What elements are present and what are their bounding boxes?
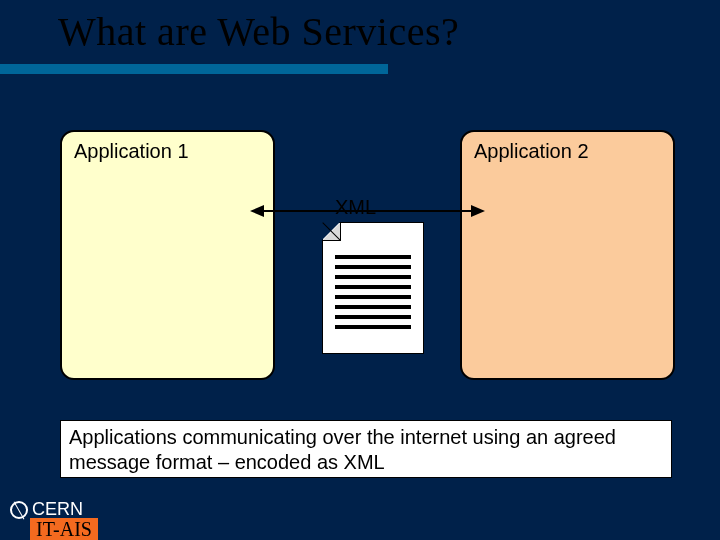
cern-text: CERN bbox=[32, 499, 83, 520]
caption-text: Applications communicating over the inte… bbox=[69, 426, 616, 473]
cern-ring-icon bbox=[10, 501, 28, 519]
slide-title: What are Web Services? bbox=[58, 8, 459, 55]
xml-document-icon bbox=[322, 222, 424, 354]
document-lines-icon bbox=[335, 255, 411, 335]
application-1-label: Application 1 bbox=[74, 140, 189, 162]
xml-label: XML bbox=[335, 196, 376, 219]
arrow-head-right-icon bbox=[471, 205, 485, 217]
application-2-box: Application 2 bbox=[460, 130, 675, 380]
it-ais-label: IT-AIS bbox=[30, 518, 98, 540]
caption-box: Applications communicating over the inte… bbox=[60, 420, 672, 478]
cern-logo: CERN bbox=[10, 499, 83, 520]
application-1-box: Application 1 bbox=[60, 130, 275, 380]
arrow-head-left-icon bbox=[250, 205, 264, 217]
application-2-label: Application 2 bbox=[474, 140, 589, 162]
title-underline bbox=[0, 64, 388, 74]
